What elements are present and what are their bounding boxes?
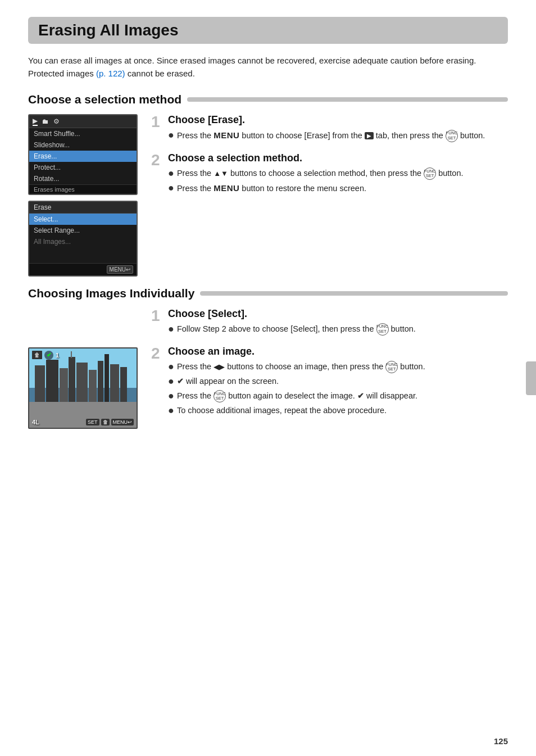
- ci-step2-heading: Choose an image.: [168, 346, 425, 357]
- set-btn: SET: [86, 419, 99, 425]
- svg-rect-13: [71, 351, 72, 358]
- tab-settings: ⚙: [53, 117, 60, 125]
- play-icon: ▶: [365, 132, 374, 139]
- func-set-btn2: FUNCSET: [424, 168, 436, 180]
- page-content: Erasing All Images You can erase all ima…: [0, 0, 536, 467]
- section2-step1: 1 Choose [Select]. ● Follow Step 2 above…: [151, 308, 508, 338]
- bullet-icon: ●: [168, 182, 174, 194]
- svg-rect-9: [98, 361, 103, 402]
- cam-item-erase: Erase...: [29, 151, 137, 162]
- cam-status-erases: Erases images: [29, 184, 137, 194]
- svg-rect-5: [60, 368, 68, 402]
- trash-icon: 🗑: [32, 351, 42, 359]
- ci-step2-bullets: ● Press the ◀▶ buttons to choose an imag…: [168, 361, 425, 417]
- svg-rect-10: [105, 354, 109, 402]
- cam2-header: Erase: [29, 202, 137, 214]
- func-set-btn: FUNCSET: [446, 130, 458, 142]
- cam-item-protect: Protect...: [29, 162, 137, 173]
- page-title: Erasing All Images: [38, 21, 498, 39]
- checkmark-2: ✔: [357, 390, 364, 402]
- svg-rect-3: [35, 365, 45, 402]
- bullet-icon: ●: [168, 361, 174, 373]
- cam-tab-bar: ▶ 🖿 ⚙: [29, 115, 137, 128]
- section1-steps: ▶ 🖿 ⚙ Smart Shuffle... Slideshow... Eras…: [28, 114, 508, 277]
- ci-step1-body: Choose [Select]. ● Follow Step 2 above t…: [168, 308, 416, 338]
- section2-header: Choosing Images Individually: [28, 287, 508, 300]
- section2-title: Choosing Images Individually: [28, 287, 194, 300]
- section1-header: Choose a selection method: [28, 93, 508, 106]
- intro-paragraph: You can erase all images at once. Since …: [28, 54, 508, 80]
- menu-label: MENU: [214, 130, 239, 140]
- svg-rect-12: [120, 367, 127, 402]
- step1-heading: Choose [Erase].: [168, 114, 485, 126]
- tab-files: 🖿: [42, 117, 49, 125]
- step2-number: 2: [151, 152, 163, 197]
- step1-bullet1: ● Press the MENU button to choose [Erase…: [168, 129, 485, 142]
- menu-btn: MENU↩: [111, 419, 134, 425]
- ci-step2-bullet1: ● Press the ◀▶ buttons to choose an imag…: [168, 361, 425, 373]
- bullet-icon: ●: [168, 375, 174, 388]
- step2-b2-text: Press the MENU button to restore the men…: [177, 182, 366, 195]
- svg-rect-8: [89, 370, 97, 402]
- section1-step-content: 1 Choose [Erase]. ● Press the MENU butto…: [151, 114, 508, 277]
- section2-step2: 2 Choose an image. ● Press the ◀▶ button…: [151, 346, 508, 419]
- step2-body: Choose a selection method. ● Press the ▲…: [168, 152, 464, 197]
- ci-step1-heading: Choose [Select].: [168, 308, 416, 320]
- cam2-item-range: Select Range...: [29, 225, 137, 236]
- func-set-btn4: FUNCSET: [385, 361, 398, 373]
- bullet-icon: ●: [168, 129, 174, 142]
- cam-item-smart-shuffle: Smart Shuffle...: [29, 128, 137, 139]
- cam2-item-all: All Images...: [29, 236, 137, 247]
- ci-step2-b3-text: Press the FUNCSET button again to desele…: [177, 390, 417, 402]
- step2-heading: Choose a selection method.: [168, 152, 464, 164]
- photo-count: 1: [56, 352, 59, 359]
- page-link[interactable]: (p. 122): [96, 69, 125, 78]
- func-set-btn5: FUNCSET: [214, 390, 226, 402]
- section1-title: Choose a selection method: [28, 93, 181, 106]
- ci-step2-b2-text: ✔ will appear on the screen.: [177, 375, 279, 388]
- cam2-menu-btn: MENU↩: [107, 265, 133, 274]
- step2-b1-text: Press the ▲▼ buttons to choose a selecti…: [177, 168, 464, 180]
- step1-bullets: ● Press the MENU button to choose [Erase…: [168, 129, 485, 142]
- ci-step2-bullet3: ● Press the FUNCSET button again to dese…: [168, 390, 425, 402]
- ci-step2-b4-text: To choose additional images, repeat the …: [177, 405, 387, 417]
- func-set-btn3: FUNCSET: [376, 323, 389, 336]
- ci-step2-b1-text: Press the ◀▶ buttons to choose an image,…: [177, 361, 425, 373]
- photo-quality: 4L: [32, 419, 39, 425]
- left-right-arrows: ◀▶: [214, 361, 225, 373]
- section2-step-content: 1 Choose [Select]. ● Follow Step 2 above…: [151, 308, 508, 429]
- cam2-footer: MENU↩: [29, 263, 137, 275]
- section2-header-line: [200, 291, 508, 296]
- bullet-icon: ●: [168, 390, 174, 402]
- step1-spacer: [28, 308, 138, 342]
- photo-preview: 🗑 ✔ 1 4L SET 🗑 MENU↩: [28, 347, 138, 429]
- svg-rect-11: [110, 364, 119, 402]
- tab-play: ▶: [33, 117, 38, 126]
- photo-top-bar: 🗑 ✔ 1: [32, 351, 59, 360]
- camera-screen-2: Erase Select... Select Range... All Imag…: [28, 201, 138, 277]
- step2-bullet2: ● Press the MENU button to restore the m…: [168, 182, 464, 195]
- step2-bullets: ● Press the ▲▼ buttons to choose a selec…: [168, 168, 464, 195]
- section2-screenshots: 🗑 ✔ 1 4L SET 🗑 MENU↩: [28, 308, 138, 429]
- ci-step1-number: 1: [151, 308, 163, 338]
- intro-text: You can erase all images at once. Since …: [28, 56, 476, 78]
- cityscape-svg: [29, 348, 137, 428]
- bullet-icon: ●: [168, 323, 174, 336]
- bullet-icon: ●: [168, 405, 174, 417]
- menu-label2: MENU: [214, 183, 239, 193]
- ci-step2-number: 2: [151, 346, 163, 419]
- page-number: 125: [494, 736, 508, 746]
- cam-item-rotate: Rotate...: [29, 173, 137, 184]
- up-down-arrows: ▲▼: [214, 168, 228, 179]
- intro-text-after: cannot be erased.: [125, 69, 195, 78]
- step1-body: Choose [Erase]. ● Press the MENU button …: [168, 114, 485, 144]
- section1-header-line: [187, 97, 508, 102]
- ci-step2-body: Choose an image. ● Press the ◀▶ buttons …: [168, 346, 425, 419]
- camera-screen-1: ▶ 🖿 ⚙ Smart Shuffle... Slideshow... Eras…: [28, 114, 138, 195]
- svg-rect-6: [69, 357, 75, 402]
- page-title-bar: Erasing All Images: [28, 17, 508, 44]
- trash-btn: 🗑: [101, 419, 110, 425]
- cam-item-slideshow: Slideshow...: [29, 139, 137, 151]
- step2-bullet1: ● Press the ▲▼ buttons to choose a selec…: [168, 168, 464, 180]
- photo-bottom-bar: 4L SET 🗑 MENU↩: [32, 419, 134, 425]
